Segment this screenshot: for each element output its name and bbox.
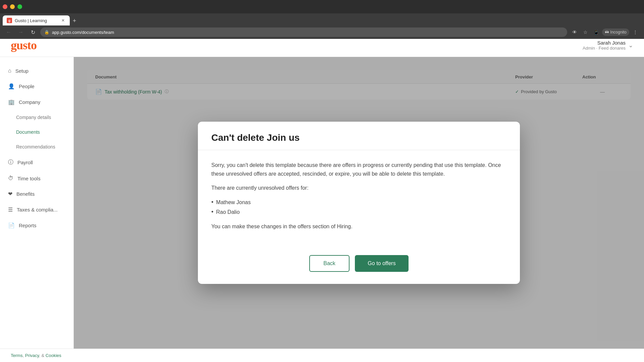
sidebar-item-recommendations[interactable]: Recommendations bbox=[0, 140, 73, 154]
go-to-offers-button[interactable]: Go to offers bbox=[355, 255, 409, 272]
reload-button[interactable]: ↻ bbox=[28, 27, 38, 37]
menu-icon[interactable]: ⋮ bbox=[631, 27, 640, 37]
sidebar-item-company-details[interactable]: Company details bbox=[0, 111, 73, 124]
heart-icon: ❤ bbox=[8, 191, 12, 197]
sidebar-label-company: Company bbox=[19, 99, 40, 105]
sidebar-label-recommendations: Recommendations bbox=[16, 144, 55, 149]
list-item-person-1: Mathew Jonas bbox=[211, 197, 506, 207]
modal-header: Can't delete Join us bbox=[198, 122, 520, 150]
sidebar-item-setup[interactable]: ⌂ Setup bbox=[0, 64, 73, 78]
chevron-down-icon: ⌄ bbox=[628, 42, 633, 49]
sidebar-label-setup: Setup bbox=[15, 68, 29, 74]
device-icon[interactable]: 📱 bbox=[591, 27, 601, 37]
sidebar-item-benefits[interactable]: ❤ Benefits bbox=[0, 187, 73, 201]
browser-toolbar: ← → ↻ 🔒 app.gusto.com/documents/team 👁 ☆… bbox=[0, 25, 644, 39]
sidebar-item-company[interactable]: 🏢 Company bbox=[0, 95, 73, 109]
address-security-icon: 🔒 bbox=[44, 30, 49, 35]
app: gusto Sarah Jonas Admin · Feed donares ⌄… bbox=[0, 34, 644, 362]
sidebar-label-people: People bbox=[19, 83, 35, 89]
gusto-logo: gusto bbox=[11, 38, 37, 52]
home-icon: ⌂ bbox=[8, 68, 11, 74]
incognito-label: Incognito bbox=[610, 30, 627, 35]
content-area: Document Provider Action 📄 Tax withholdi… bbox=[74, 57, 644, 349]
browser-tabs: g Gusto | Learning ✕ + bbox=[0, 13, 644, 25]
incognito-badge: 🕶 Incognito bbox=[602, 28, 629, 36]
window-minimize-button[interactable] bbox=[10, 4, 15, 9]
modal-unresolved-label: There are currently unresolved offers fo… bbox=[211, 184, 506, 192]
sidebar-label-company-details: Company details bbox=[16, 115, 51, 120]
sidebar: ⌂ Setup 👤 People 🏢 Company Company detai… bbox=[0, 57, 74, 349]
list-icon: ☰ bbox=[8, 206, 13, 213]
tab-title: Gusto | Learning bbox=[15, 18, 47, 23]
time-icon: ⏱ bbox=[8, 175, 13, 181]
back-nav-button[interactable]: ← bbox=[4, 27, 13, 37]
bookmark-icon[interactable]: ☆ bbox=[581, 27, 590, 37]
sidebar-item-time-tools[interactable]: ⏱ Time tools bbox=[0, 171, 73, 185]
sidebar-label-reports: Reports bbox=[19, 223, 37, 228]
browser-actions: 👁 ☆ 📱 🕶 Incognito ⋮ bbox=[570, 27, 640, 37]
footer-separator-2: , & bbox=[39, 353, 46, 358]
modal-footer: Back Go to offers bbox=[198, 247, 520, 284]
window-controls bbox=[3, 4, 22, 9]
tab-close-button[interactable]: ✕ bbox=[60, 18, 66, 23]
sidebar-item-documents[interactable]: Documents bbox=[0, 125, 73, 139]
browser-tab-active[interactable]: g Gusto | Learning ✕ bbox=[3, 15, 70, 25]
modal-overlay: Can't delete Join us Sorry, you can't de… bbox=[74, 57, 644, 349]
sidebar-label-documents: Documents bbox=[16, 129, 40, 135]
user-role: Admin · Feed donares bbox=[583, 46, 626, 51]
sidebar-item-people[interactable]: 👤 People bbox=[0, 79, 73, 94]
privacy-link[interactable]: Privacy bbox=[25, 353, 39, 358]
modal-dialog: Can't delete Join us Sorry, you can't de… bbox=[198, 122, 520, 284]
modal-body-paragraph: Sorry, you can't delete this template be… bbox=[211, 161, 506, 178]
back-button[interactable]: Back bbox=[309, 255, 350, 272]
incognito-icon: 🕶 bbox=[605, 30, 609, 35]
sidebar-label-taxes: Taxes & complia... bbox=[17, 207, 58, 213]
new-tab-button[interactable]: + bbox=[70, 16, 79, 25]
modal-body: Sorry, you can't delete this template be… bbox=[198, 150, 520, 247]
report-icon: 📄 bbox=[8, 222, 15, 229]
modal-closing-text: You can make these changes in the offers… bbox=[211, 222, 506, 231]
app-footer: Terms, Privacy, & Cookies bbox=[0, 349, 644, 362]
sidebar-item-payroll[interactable]: ⓘ Payroll bbox=[0, 155, 73, 170]
address-url: app.gusto.com/documents/team bbox=[52, 30, 114, 35]
person-icon: 👤 bbox=[8, 83, 15, 89]
user-info: Sarah Jonas Admin · Feed donares bbox=[583, 40, 626, 51]
eye-icon[interactable]: 👁 bbox=[570, 27, 579, 37]
app-body: ⌂ Setup 👤 People 🏢 Company Company detai… bbox=[0, 57, 644, 349]
browser-titlebar bbox=[0, 0, 644, 13]
building-icon: 🏢 bbox=[8, 99, 15, 105]
list-item-person-2: Rao Dalio bbox=[211, 207, 506, 217]
terms-link[interactable]: Terms bbox=[11, 353, 22, 358]
tab-favicon: g bbox=[7, 18, 12, 23]
sidebar-label-payroll: Payroll bbox=[17, 160, 33, 165]
window-maximize-button[interactable] bbox=[17, 4, 22, 9]
address-bar[interactable]: 🔒 app.gusto.com/documents/team bbox=[40, 27, 567, 37]
user-menu[interactable]: Sarah Jonas Admin · Feed donares ⌄ bbox=[583, 40, 633, 51]
payroll-icon: ⓘ bbox=[8, 159, 13, 166]
sidebar-item-taxes[interactable]: ☰ Taxes & complia... bbox=[0, 202, 73, 217]
window-close-button[interactable] bbox=[3, 4, 7, 9]
forward-nav-button[interactable]: → bbox=[16, 27, 25, 37]
modal-title: Can't delete Join us bbox=[211, 132, 506, 143]
sidebar-label-time-tools: Time tools bbox=[17, 176, 41, 181]
unresolved-people-list: Mathew Jonas Rao Dalio bbox=[211, 197, 506, 217]
cookies-link[interactable]: Cookies bbox=[46, 353, 61, 358]
footer-separator-1: , bbox=[22, 353, 25, 358]
sidebar-label-benefits: Benefits bbox=[16, 191, 35, 197]
user-name: Sarah Jonas bbox=[583, 40, 626, 46]
sidebar-item-reports[interactable]: 📄 Reports bbox=[0, 218, 73, 233]
